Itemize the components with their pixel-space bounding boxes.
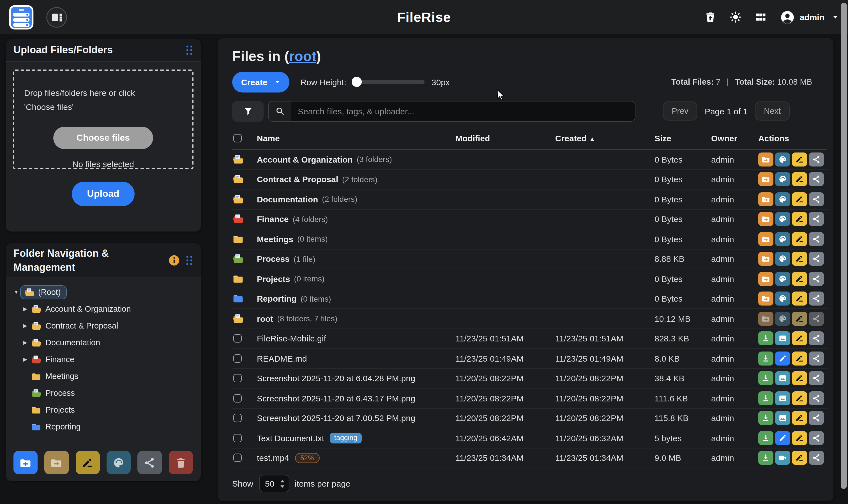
preview-button[interactable] [775, 372, 790, 385]
download-button[interactable] [758, 352, 773, 365]
table-row[interactable]: Finance(4 folders)0 Bytesadmin [232, 210, 827, 229]
table-row[interactable]: Screenshot 2025-11-20 at 7.00.52 PM.png1… [232, 409, 827, 428]
folder-name[interactable]: Projects [257, 274, 290, 284]
share-button[interactable] [809, 352, 824, 365]
folder-name[interactable]: Account & Organization [257, 155, 353, 164]
row-checkbox[interactable] [233, 414, 242, 422]
share-button[interactable] [809, 173, 824, 186]
share-folder-button[interactable] [138, 451, 162, 474]
file-name[interactable]: test.mp4 [257, 453, 289, 463]
folder-color-button[interactable] [775, 292, 790, 306]
table-row[interactable]: Projects(0 items)0 Bytesadmin [232, 269, 827, 289]
folder-color-button[interactable] [775, 173, 790, 186]
preview-button[interactable] [775, 391, 790, 405]
move-folder-button[interactable] [758, 252, 773, 266]
sidebar-toggle-icon[interactable] [46, 6, 67, 28]
preview-button[interactable] [775, 451, 790, 465]
rename-button[interactable] [792, 391, 807, 405]
selected-folder-pill[interactable]: (Root) [20, 285, 67, 299]
download-button[interactable] [758, 391, 773, 405]
page-scrollbar[interactable] [841, 3, 847, 489]
table-row[interactable]: FileRise-Mobile.gif11/23/25 01:51AM11/23… [232, 329, 827, 349]
move-folder-button[interactable] [45, 451, 69, 474]
rename-button[interactable] [792, 192, 807, 206]
rename-button[interactable] [792, 272, 807, 286]
row-checkbox[interactable] [233, 454, 242, 462]
move-folder-button[interactable] [758, 312, 773, 326]
filter-button[interactable] [232, 101, 264, 121]
table-row[interactable]: Contract & Proposal(2 folders)0 Bytesadm… [232, 169, 827, 190]
share-button[interactable] [809, 272, 824, 286]
tree-item-reporting[interactable]: Reporting [12, 418, 195, 435]
rename-button[interactable] [792, 173, 807, 186]
table-row[interactable]: Text Document.txttagging11/20/25 06:42AM… [232, 428, 827, 448]
folder-color-button[interactable] [775, 232, 790, 246]
row-checkbox[interactable] [233, 434, 242, 442]
search-input[interactable] [291, 101, 635, 121]
rename-button[interactable] [792, 352, 807, 365]
file-name[interactable]: Screenshot 2025-11-20 at 7.00.52 PM.png [257, 413, 415, 423]
file-name[interactable]: Text Document.txt [257, 433, 324, 443]
folder-name[interactable]: root [257, 314, 273, 323]
file-name[interactable]: Screenshot 2025-11-20 at 6.04.28 PM.png [257, 374, 415, 383]
create-folder-button[interactable] [14, 451, 38, 474]
download-button[interactable] [758, 411, 773, 425]
share-button[interactable] [809, 431, 824, 445]
share-button[interactable] [809, 252, 824, 266]
download-button[interactable] [758, 372, 773, 385]
rename-button[interactable] [792, 331, 807, 346]
row-checkbox[interactable] [233, 394, 242, 402]
folder-name[interactable]: Meetings [257, 234, 293, 244]
tree-caret-icon[interactable]: ▶ [21, 323, 29, 328]
rename-button[interactable] [792, 212, 807, 226]
row-checkbox[interactable] [233, 354, 242, 363]
user-menu[interactable]: admin [780, 10, 839, 24]
search-icon[interactable] [269, 101, 291, 121]
folder-name[interactable]: Finance [257, 214, 288, 224]
drag-handle-icon[interactable] [186, 45, 193, 55]
folder-color-button[interactable] [775, 212, 790, 226]
share-button[interactable] [809, 372, 824, 385]
trash-restore-icon[interactable] [704, 11, 716, 23]
row-height-slider[interactable] [353, 77, 425, 87]
folder-color-button[interactable] [775, 252, 790, 266]
tree-item-process[interactable]: Process [12, 384, 195, 401]
folder-color-button[interactable] [107, 451, 131, 474]
table-row[interactable]: Screenshot 2025-11-20 at 6.43.17 PM.png1… [232, 389, 827, 409]
move-folder-button[interactable] [758, 272, 773, 286]
row-checkbox[interactable] [233, 335, 242, 343]
table-row[interactable]: README.md11/23/25 01:49AM11/23/25 01:49A… [232, 349, 827, 368]
rename-folder-button[interactable] [75, 451, 100, 474]
table-row[interactable]: Reporting(0 items)0 Bytesadmin [232, 289, 827, 309]
share-button[interactable] [809, 152, 824, 166]
tree-item-documentation[interactable]: ▶Documentation [12, 334, 195, 351]
rename-button[interactable] [792, 252, 807, 266]
root-breadcrumb-link[interactable]: root [289, 48, 316, 64]
table-row[interactable]: Account & Organization(3 folders)0 Bytes… [232, 150, 827, 169]
download-button[interactable] [758, 431, 773, 445]
select-all-checkbox[interactable] [233, 134, 242, 142]
column-size[interactable]: Size [654, 133, 711, 143]
share-button[interactable] [809, 391, 824, 405]
table-row[interactable]: root(8 folders, 7 files)10.12 MBadmin [232, 309, 827, 329]
share-button[interactable] [809, 292, 824, 306]
share-button[interactable] [809, 212, 824, 226]
file-name[interactable]: FileRise-Mobile.gif [257, 334, 326, 343]
move-folder-button[interactable] [758, 292, 773, 306]
folder-name[interactable]: Contract & Proposal [257, 175, 338, 184]
slider-knob[interactable] [352, 77, 362, 87]
folder-name[interactable]: Documentation [257, 195, 318, 204]
column-owner[interactable]: Owner [711, 133, 758, 143]
folder-color-button[interactable] [775, 152, 790, 166]
rename-button[interactable] [792, 292, 807, 306]
tree-item-account-organization[interactable]: ▶Account & Organization [12, 301, 195, 317]
rename-button[interactable] [792, 232, 807, 246]
share-button[interactable] [809, 331, 824, 346]
folder-name[interactable]: Process [257, 254, 290, 264]
download-button[interactable] [758, 331, 773, 346]
app-logo-icon[interactable] [9, 5, 34, 30]
rename-button[interactable] [792, 411, 807, 425]
table-row[interactable]: test.mp452%11/23/25 01:34AM11/23/25 01:3… [232, 448, 827, 468]
move-folder-button[interactable] [758, 212, 773, 226]
table-row[interactable]: Meetings(0 items)0 Bytesadmin [232, 229, 827, 249]
